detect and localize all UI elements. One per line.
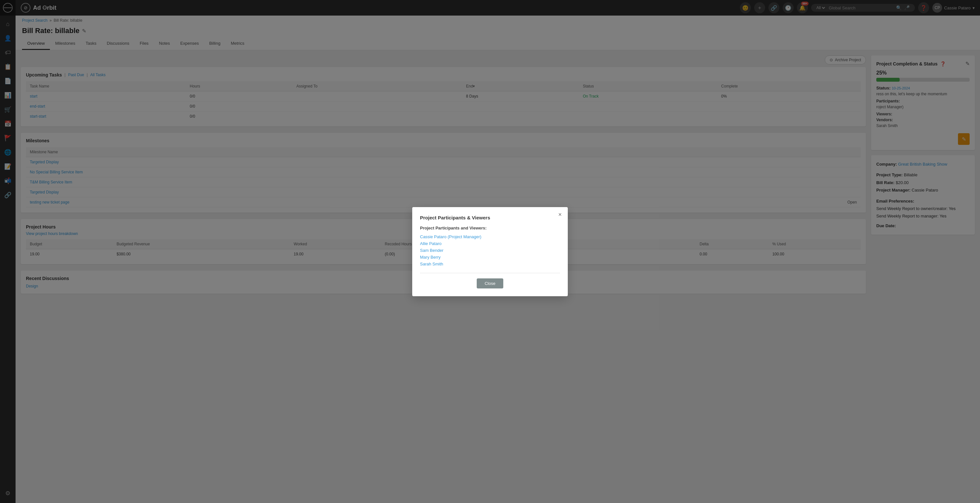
participants-modal: × Project Participants & Viewers Project…	[412, 207, 568, 296]
participant-link-2[interactable]: Allie Pataro	[420, 241, 560, 246]
modal-overlay[interactable]: × Project Participants & Viewers Project…	[0, 0, 980, 503]
modal-close-x-button[interactable]: ×	[556, 211, 564, 219]
participant-link-3[interactable]: Sam Bender	[420, 248, 560, 253]
modal-close-button[interactable]: Close	[477, 279, 503, 288]
participant-link-1[interactable]: Cassie Pataro (Project Manager)	[420, 234, 560, 239]
participant-link-4[interactable]: Mary Berry	[420, 255, 560, 259]
modal-participants-list: Cassie Pataro (Project Manager) Allie Pa…	[420, 234, 560, 266]
modal-subtitle: Project Participants and Viewers:	[420, 226, 560, 231]
modal-title: Project Participants & Viewers	[420, 215, 560, 220]
modal-divider	[420, 273, 560, 273]
modal-footer: Close	[420, 279, 560, 288]
participant-link-5[interactable]: Sarah Smith	[420, 261, 560, 266]
